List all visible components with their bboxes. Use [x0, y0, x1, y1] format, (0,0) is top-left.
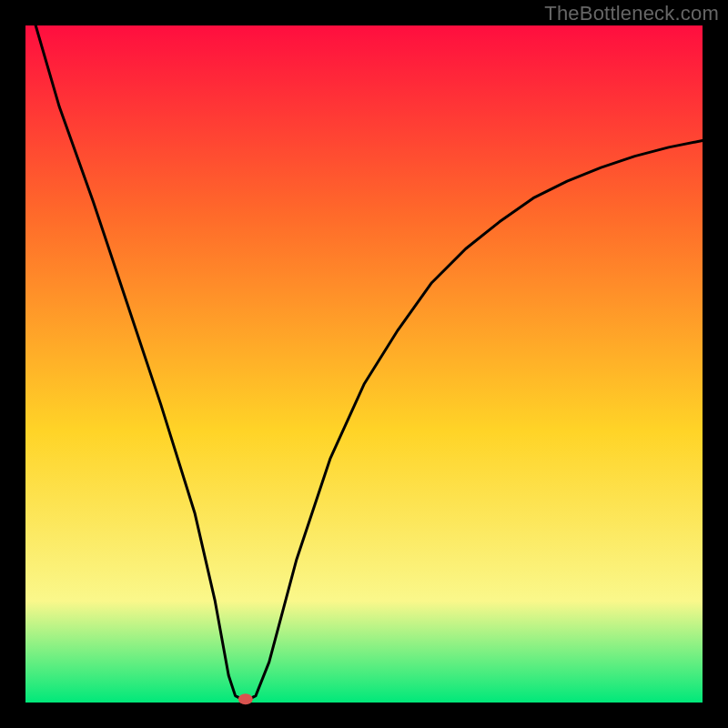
chart-container: TheBottleneck.com [0, 0, 728, 728]
optimal-point-marker [238, 693, 253, 704]
watermark-text: TheBottleneck.com [544, 2, 719, 25]
bottleneck-chart [0, 0, 728, 728]
plot-area [25, 25, 703, 703]
